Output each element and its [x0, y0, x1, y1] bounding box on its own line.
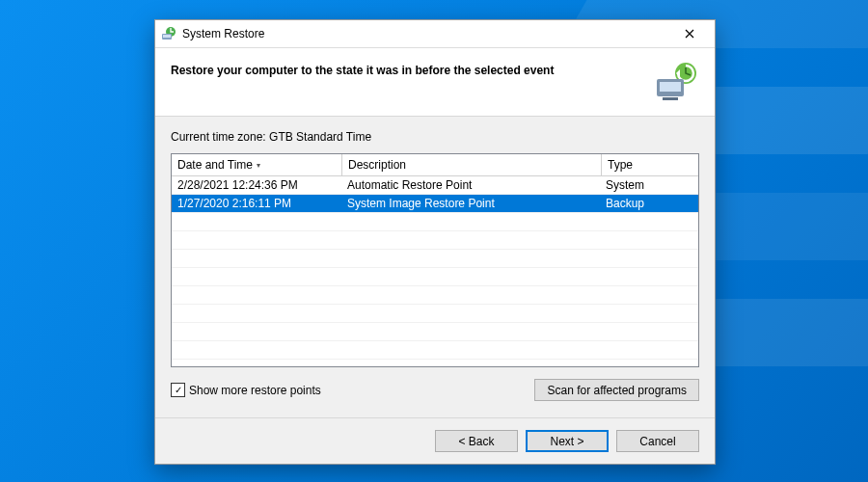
table-row — [172, 286, 698, 305]
checkbox-label: Show more restore points — [189, 384, 321, 397]
table-cell: 1/27/2020 2:16:11 PM — [172, 197, 341, 210]
system-restore-icon — [161, 26, 176, 41]
table-body: 2/28/2021 12:24:36 PMAutomatic Restore P… — [172, 176, 698, 366]
table-row — [172, 231, 698, 250]
column-header-type[interactable]: Type — [602, 154, 698, 175]
window-title: System Restore — [182, 27, 670, 40]
svg-rect-6 — [660, 82, 681, 92]
wizard-footer: < Back Next > Cancel — [155, 417, 715, 464]
table-cell: System Image Restore Point — [341, 197, 600, 210]
table-row — [172, 213, 698, 231]
table-row — [172, 250, 698, 268]
table-cell: 2/28/2021 12:24:36 PM — [172, 178, 341, 192]
table-row — [172, 360, 698, 366]
table-row — [172, 305, 698, 323]
column-header-label: Description — [348, 158, 406, 172]
titlebar[interactable]: System Restore — [155, 20, 715, 48]
table-row[interactable]: 2/28/2021 12:24:36 PMAutomatic Restore P… — [172, 176, 698, 195]
timezone-label: Current time zone: GTB Standard Time — [171, 130, 699, 144]
table-cell: Backup — [600, 197, 698, 210]
desktop-background: System Restore Restore your computer to … — [0, 0, 868, 482]
cancel-button[interactable]: Cancel — [616, 430, 699, 452]
table-row — [172, 323, 698, 341]
back-button[interactable]: < Back — [435, 430, 518, 452]
close-button[interactable] — [670, 20, 709, 47]
wizard-heading: Restore your computer to the state it wa… — [171, 62, 653, 77]
table-header[interactable]: Date and Time ▾ Description Type — [172, 154, 698, 176]
table-row[interactable]: 1/27/2020 2:16:11 PMSystem Image Restore… — [172, 195, 698, 213]
wizard-header: Restore your computer to the state it wa… — [155, 48, 715, 117]
restore-points-table[interactable]: Date and Time ▾ Description Type 2/28/20… — [171, 153, 699, 367]
scan-affected-programs-button[interactable]: Scan for affected programs — [534, 379, 699, 401]
wizard-body: Current time zone: GTB Standard Time Dat… — [155, 117, 715, 417]
column-header-label: Date and Time — [177, 158, 253, 172]
svg-rect-7 — [663, 97, 678, 100]
table-cell: Automatic Restore Point — [341, 178, 600, 192]
column-header-label: Type — [608, 158, 633, 172]
column-header-description[interactable]: Description — [342, 154, 602, 175]
system-restore-dialog: System Restore Restore your computer to … — [154, 19, 716, 465]
svg-rect-2 — [163, 35, 171, 38]
restore-illustration-icon — [653, 62, 699, 102]
column-header-date[interactable]: Date and Time ▾ — [172, 154, 342, 175]
below-grid-row: ✓ Show more restore points Scan for affe… — [171, 379, 699, 401]
table-row — [172, 268, 698, 286]
show-more-restore-points-checkbox[interactable]: ✓ Show more restore points — [171, 383, 534, 397]
table-row — [172, 341, 698, 360]
next-button[interactable]: Next > — [526, 430, 609, 452]
table-cell: System — [600, 178, 698, 192]
checkbox-icon: ✓ — [171, 383, 185, 397]
sort-indicator-icon: ▾ — [257, 161, 260, 170]
